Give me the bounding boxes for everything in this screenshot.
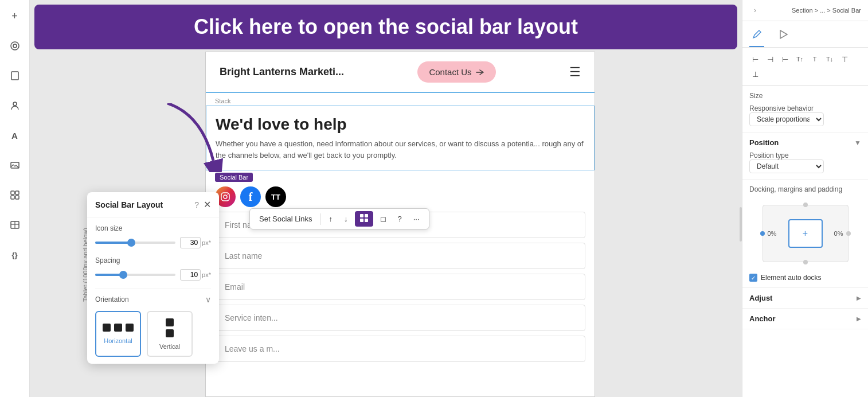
move-down-btn[interactable]: ↓ [339, 212, 353, 225]
page-icon[interactable] [6, 67, 24, 85]
tiktok-icon[interactable]: TT [265, 186, 286, 207]
toolbar-divider [320, 213, 321, 225]
docking-left-val: 0% [768, 230, 777, 237]
panel-toolbar: ⊢ ⊣ ⊢ T↑ T T↓ ⊤ ⊥ [742, 48, 868, 86]
popup-close-btn[interactable]: ✕ [204, 199, 211, 210]
position-type-label: Position type [749, 151, 789, 159]
responsive-select[interactable]: Scale proportionally [749, 112, 824, 126]
popup-title: Social Bar Layout [95, 200, 163, 209]
align-left-btn[interactable]: ⊢ [748, 52, 762, 66]
icon-size-input[interactable] [180, 237, 201, 248]
annotation-banner: Click here to open the social bar layout [34, 5, 737, 49]
tab-design[interactable] [749, 26, 764, 47]
docking-bottom-dot[interactable] [803, 260, 808, 264]
position-header[interactable]: Position ▼ [749, 138, 861, 147]
adjust-title: Adjust [749, 294, 772, 302]
email-field[interactable]: Email [215, 274, 585, 300]
people-icon[interactable] [6, 96, 24, 115]
comment-btn[interactable]: ◻ [376, 212, 391, 225]
svg-marker-20 [780, 30, 787, 38]
docking-top-dot[interactable] [803, 203, 808, 207]
left-sidebar: + A {} [0, 0, 30, 397]
align-bottom-btn[interactable]: ⊥ [748, 67, 762, 81]
position-arrow: ▼ [854, 139, 861, 147]
popup-help-icon[interactable]: ? [194, 200, 199, 209]
page-header: Bright Lanterns Marketi... Contact Us ☰ [206, 52, 595, 93]
align-text-mid-btn[interactable]: T [808, 52, 822, 66]
align-right-btn[interactable]: ⊢ [778, 52, 792, 66]
set-social-links-btn[interactable]: Set Social Links [255, 212, 317, 225]
size-section: Size Responsive behavior Scale proportio… [742, 86, 868, 133]
svg-rect-16 [365, 219, 368, 222]
right-resize-handle[interactable] [740, 207, 742, 242]
layers-icon[interactable] [6, 37, 24, 55]
orientation-horizontal-card[interactable]: Horizontal [95, 311, 141, 357]
anchor-arrow: ▶ [857, 316, 861, 322]
docking-inner[interactable]: + [788, 219, 823, 248]
icon-size-unit: px* [202, 239, 211, 246]
vertical-label: Vertical [159, 343, 180, 350]
facebook-icon[interactable]: f [240, 186, 261, 207]
popup-header-icons: ? ✕ [194, 199, 211, 210]
adjust-arrow: ▶ [857, 295, 861, 301]
element-auto-docks-checkbox[interactable]: ✓ [749, 274, 757, 282]
panel-tabs [742, 21, 868, 48]
add-icon[interactable]: + [6, 7, 24, 25]
icon-size-track[interactable] [95, 242, 175, 244]
last-name-field[interactable]: Last name [215, 243, 585, 269]
image-icon[interactable] [6, 156, 24, 174]
horizontal-label: Horizontal [104, 337, 132, 344]
panel-header: › Section > ... > Social Bar [742, 0, 868, 21]
message-field[interactable]: Leave us a m... [215, 336, 585, 362]
brand-name: Bright Lanterns Marketi... [220, 66, 344, 78]
panel-collapse-btn[interactable]: › [749, 5, 761, 16]
spacing-unit: px* [202, 271, 211, 278]
align-text-top-btn[interactable]: T↑ [793, 52, 807, 66]
social-bar-tag: Social Bar [215, 173, 253, 182]
orientation-options: Horizontal Vertical [95, 311, 211, 357]
section-title: We'd love to help [216, 115, 585, 134]
svg-rect-7 [11, 196, 14, 199]
spacing-label: Spacing [95, 256, 211, 264]
position-section: Position ▼ Position type Default [742, 133, 868, 180]
align-text-bot-btn[interactable]: T↓ [823, 52, 836, 66]
text-icon[interactable]: A [6, 126, 24, 145]
icon-size-thumb[interactable] [127, 239, 135, 247]
code-icon[interactable]: {} [6, 246, 24, 264]
adjust-section[interactable]: Adjust ▶ [742, 288, 868, 309]
breadcrumb: Section > ... > Social Bar [792, 7, 861, 14]
svg-point-19 [228, 194, 229, 195]
service-field[interactable]: Service inten... [215, 305, 585, 331]
align-top-btn[interactable]: ⊤ [838, 52, 851, 66]
layout-btn[interactable] [355, 211, 373, 227]
docking-right-dot[interactable] [846, 231, 851, 236]
spacing-input[interactable] [180, 269, 201, 281]
position-type-row: Position type [749, 151, 861, 159]
dot-v1 [166, 318, 174, 326]
popup-body: Icon size px* Spacing [87, 217, 219, 364]
contact-button[interactable]: Contact Us [417, 61, 495, 83]
anchor-section[interactable]: Anchor ▶ [742, 309, 868, 329]
svg-rect-5 [11, 191, 14, 194]
align-center-btn[interactable]: ⊣ [763, 52, 777, 66]
docking-left-dot[interactable] [760, 231, 765, 236]
move-up-btn[interactable]: ↑ [324, 212, 338, 225]
position-type-select[interactable]: Default [749, 159, 824, 173]
svg-point-1 [13, 44, 17, 48]
table-icon[interactable] [6, 216, 24, 234]
svg-point-0 [11, 42, 19, 50]
icon-size-slider-row: px* [95, 237, 211, 248]
help-btn[interactable]: ? [393, 212, 406, 225]
svg-rect-14 [365, 214, 368, 217]
svg-rect-13 [360, 214, 363, 217]
grid-icon[interactable] [6, 186, 24, 204]
spacing-thumb[interactable] [119, 271, 127, 279]
more-options-btn[interactable]: ··· [409, 212, 424, 225]
orientation-vertical-card[interactable]: Vertical [147, 311, 193, 357]
svg-rect-15 [360, 219, 363, 222]
spacing-track[interactable] [95, 274, 175, 276]
main-canvas: Click here to open the social bar layout… [30, 0, 742, 397]
hamburger-menu[interactable]: ☰ [569, 65, 581, 80]
orientation-chevron[interactable]: ∨ [205, 295, 211, 304]
tab-animate[interactable] [776, 26, 791, 47]
